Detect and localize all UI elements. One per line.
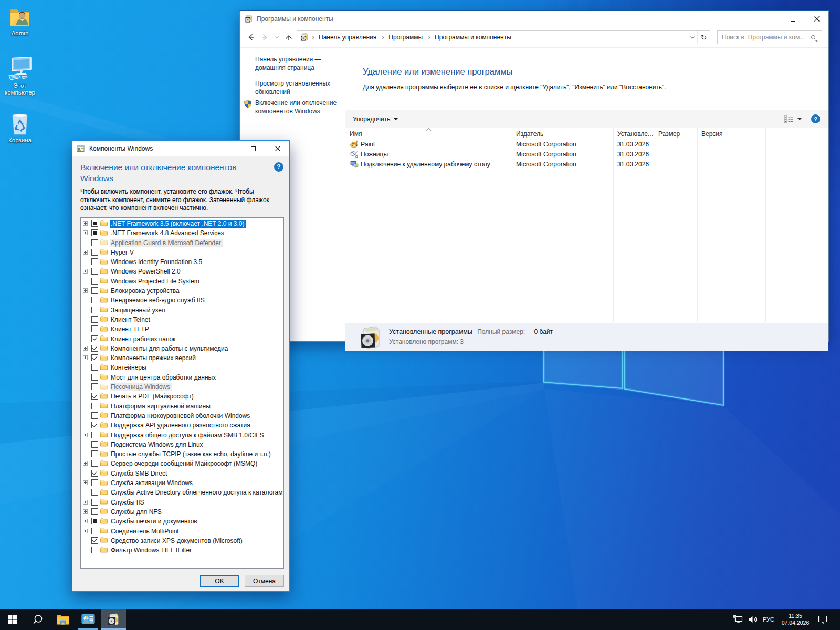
feature-checkbox[interactable] <box>91 307 98 313</box>
sidebar-item-windows-features[interactable]: Включение или отключение компонентов Win… <box>255 99 343 116</box>
feature-checkbox[interactable] <box>91 528 98 534</box>
desktop-icon-admin[interactable]: Admin <box>0 6 40 37</box>
feature-row[interactable]: Windows PowerShell 2.0 <box>81 267 284 276</box>
expand-plus-icon[interactable] <box>83 529 88 533</box>
feature-checkbox[interactable] <box>91 287 98 294</box>
feature-row[interactable]: Песочница Windows <box>81 382 284 392</box>
feature-checkbox[interactable] <box>91 316 98 323</box>
feature-row[interactable]: Подсистема Windows для Linux <box>81 440 284 449</box>
expand-plus-icon[interactable] <box>83 509 88 514</box>
feature-checkbox[interactable] <box>91 479 98 486</box>
network-tray-button[interactable] <box>731 609 746 630</box>
feature-row[interactable]: Служба активации Windows <box>81 478 284 488</box>
column-header-name[interactable]: Имя <box>350 128 362 140</box>
feature-row[interactable]: Платформа виртуальной машины <box>81 402 284 411</box>
feature-checkbox[interactable] <box>91 393 98 400</box>
search-box[interactable]: Поиск в: Программы и ком... <box>717 30 822 44</box>
ok-button[interactable]: OK <box>200 575 239 587</box>
feature-row[interactable]: Сервер очереди сообщений Майкрософт (MSM… <box>81 459 284 468</box>
feature-checkbox[interactable] <box>91 489 98 496</box>
feature-checkbox[interactable] <box>91 364 98 371</box>
feature-row[interactable]: Мост для центра обработки данных <box>81 373 284 382</box>
column-header-publisher[interactable]: Издатель <box>516 128 543 140</box>
feature-checkbox[interactable] <box>91 335 98 342</box>
desktop-icon-this-pc[interactable]: Этот компьютер <box>0 56 40 96</box>
expand-plus-icon[interactable] <box>83 433 88 437</box>
feature-checkbox[interactable] <box>91 499 98 506</box>
feature-row[interactable]: Внедряемое веб-ядро служб IIS <box>81 296 284 305</box>
breadcrumb-control-panel[interactable]: Панель управления <box>317 34 379 41</box>
feature-row[interactable]: Средство записи XPS-документов (Microsof… <box>81 536 284 545</box>
expand-plus-icon[interactable] <box>83 250 88 255</box>
program-row[interactable]: Ножницы Microsoft Corporation 31.03.2026 <box>345 150 828 160</box>
feature-row[interactable]: Соединитель MultiPoint <box>81 527 284 536</box>
dialog-close-button[interactable] <box>270 141 286 156</box>
expand-plus-icon[interactable] <box>83 288 88 293</box>
feature-row[interactable]: Windows Projected File System <box>81 277 284 286</box>
sidebar-item-updates[interactable]: Просмотр установленных обновлений <box>255 80 343 96</box>
feature-row[interactable]: Службы для NFS <box>81 507 284 517</box>
column-header-version[interactable]: Версия <box>701 128 723 140</box>
close-button[interactable] <box>805 11 828 27</box>
breadcrumb-programs[interactable]: Программы <box>386 34 425 41</box>
feature-row[interactable]: Контейнеры <box>81 363 284 372</box>
language-indicator[interactable]: РУС <box>760 609 777 630</box>
expand-plus-icon[interactable] <box>83 346 88 351</box>
explorer-titlebar[interactable]: Программы и компоненты <box>240 11 828 27</box>
feature-checkbox[interactable] <box>91 450 98 457</box>
refresh-button[interactable]: ↻ <box>697 31 710 44</box>
feature-checkbox[interactable] <box>91 383 98 390</box>
expand-plus-icon[interactable] <box>83 500 88 505</box>
address-bar[interactable]: Панель управления Программы Программы и … <box>297 30 710 44</box>
program-row[interactable]: Paint Microsoft Corporation 31.03.2026 <box>345 140 828 150</box>
search-icon[interactable] <box>811 35 815 39</box>
desktop-icon-recycle-bin[interactable]: Корзина <box>0 111 40 144</box>
feature-checkbox[interactable] <box>91 297 98 303</box>
program-row[interactable]: Подключение к удаленному рабочему столу … <box>345 160 828 170</box>
feature-row[interactable]: Поддержка API удаленного разностного сжа… <box>81 421 284 430</box>
recent-pages-button[interactable] <box>271 27 281 48</box>
column-header-installed[interactable]: Установле... <box>617 128 653 140</box>
taskbar-clock[interactable]: 11:35 07.04.2026 <box>779 609 812 630</box>
feature-row[interactable]: Службы печати и документов <box>81 517 284 526</box>
feature-checkbox[interactable] <box>91 441 98 448</box>
feature-row[interactable]: Клиент Telnet <box>81 315 284 324</box>
feature-checkbox[interactable] <box>91 422 98 428</box>
feature-checkbox[interactable] <box>91 470 98 477</box>
feature-row[interactable]: Службы IIS <box>81 498 284 507</box>
volume-tray-button[interactable] <box>746 609 760 630</box>
feature-row[interactable]: .NET Framework 3.5 (включает .NET 2.0 и … <box>81 219 284 228</box>
feature-checkbox[interactable] <box>91 547 98 553</box>
feature-checkbox[interactable] <box>91 258 98 265</box>
feature-checkbox[interactable] <box>91 229 98 236</box>
forward-button[interactable] <box>258 27 271 48</box>
organize-button[interactable]: Упорядочить <box>353 116 398 123</box>
feature-checkbox[interactable] <box>91 403 98 410</box>
sidebar-item-home[interactable]: Панель управления — домашняя страница <box>255 56 343 72</box>
feature-row[interactable]: Windows Identity Foundation 3.5 <box>81 257 284 267</box>
feature-checkbox[interactable] <box>91 518 98 524</box>
minimize-button[interactable] <box>758 11 781 27</box>
help-button[interactable]: ? <box>811 114 820 123</box>
feature-checkbox[interactable] <box>91 249 98 256</box>
feature-row[interactable]: Фильтр Windows TIFF IFilter <box>81 545 284 555</box>
feature-checkbox[interactable] <box>91 374 98 381</box>
dialog-help-button[interactable]: ? <box>274 162 284 172</box>
up-button[interactable] <box>282 27 296 48</box>
feature-row[interactable]: Печать в PDF (Майкрософт) <box>81 392 284 401</box>
feature-row[interactable]: .NET Framework 4.8 Advanced Services <box>81 228 284 238</box>
feature-checkbox[interactable] <box>91 326 98 332</box>
expand-plus-icon[interactable] <box>83 519 88 523</box>
maximize-button[interactable] <box>781 11 805 27</box>
feature-checkbox[interactable] <box>91 268 98 275</box>
feature-row[interactable]: Поддержка общего доступа к файлам SMB 1.… <box>81 430 284 440</box>
feature-row[interactable]: Hyper-V <box>81 248 284 257</box>
expand-plus-icon[interactable] <box>83 221 88 226</box>
feature-checkbox[interactable] <box>91 537 98 544</box>
feature-row[interactable]: Клиент рабочих папок <box>81 334 284 344</box>
feature-checkbox[interactable] <box>91 432 98 438</box>
cancel-button[interactable]: Отмена <box>245 575 284 587</box>
feature-row[interactable]: Простые службы TCPIP (такие как echo, da… <box>81 449 284 459</box>
breadcrumb-programs-features[interactable]: Программы и компоненты <box>433 34 513 41</box>
expand-plus-icon[interactable] <box>83 461 88 466</box>
